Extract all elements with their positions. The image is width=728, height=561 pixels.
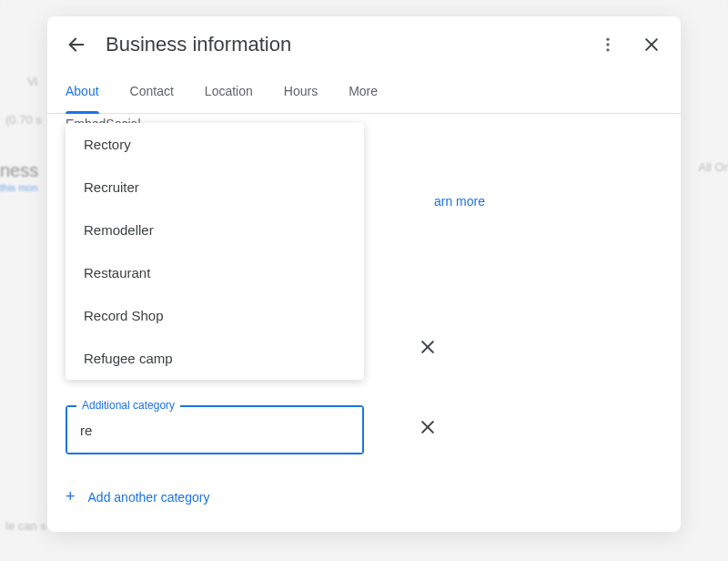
more-options-button[interactable] bbox=[597, 34, 619, 56]
modal-body: EmbedSocial arn more Rectory Recruiter R… bbox=[47, 114, 681, 532]
dropdown-item[interactable]: Remodeller bbox=[66, 209, 364, 251]
add-another-label: Add another category bbox=[88, 490, 210, 505]
dropdown-item[interactable]: Restaurant bbox=[66, 251, 364, 294]
close-button[interactable] bbox=[641, 34, 662, 56]
tab-contact[interactable]: Contact bbox=[130, 71, 174, 113]
dropdown-item[interactable]: Record Shop bbox=[66, 294, 364, 337]
svg-point-2 bbox=[606, 43, 609, 46]
category-dropdown: Rectory Recruiter Remodeller Restaurant … bbox=[66, 123, 364, 380]
svg-point-3 bbox=[606, 48, 609, 51]
modal-header: Business information bbox=[47, 16, 681, 71]
dropdown-item[interactable]: Rectory bbox=[66, 123, 364, 166]
additional-category-group: Additional category bbox=[66, 405, 364, 454]
remove-category-button-1[interactable] bbox=[419, 338, 437, 360]
modal-title: Business information bbox=[106, 33, 597, 56]
back-button[interactable] bbox=[66, 34, 87, 56]
tab-location[interactable]: Location bbox=[205, 71, 253, 113]
add-another-category-button[interactable]: + Add another category bbox=[66, 487, 209, 506]
tab-about[interactable]: About bbox=[66, 71, 99, 113]
plus-icon: + bbox=[66, 487, 76, 506]
business-info-modal: Business information About Contact Locat… bbox=[47, 16, 681, 532]
tab-hours[interactable]: Hours bbox=[284, 71, 318, 113]
dropdown-item[interactable]: Recruiter bbox=[66, 166, 364, 209]
input-label: Additional category bbox=[76, 399, 180, 412]
tab-bar: About Contact Location Hours More bbox=[47, 71, 681, 114]
remove-category-button-2[interactable] bbox=[419, 418, 437, 440]
dropdown-item[interactable]: Refugee camp bbox=[66, 337, 364, 380]
learn-more-link[interactable]: arn more bbox=[434, 194, 485, 209]
svg-point-1 bbox=[606, 38, 609, 41]
additional-category-input[interactable] bbox=[67, 407, 362, 453]
tab-more[interactable]: More bbox=[349, 71, 378, 113]
